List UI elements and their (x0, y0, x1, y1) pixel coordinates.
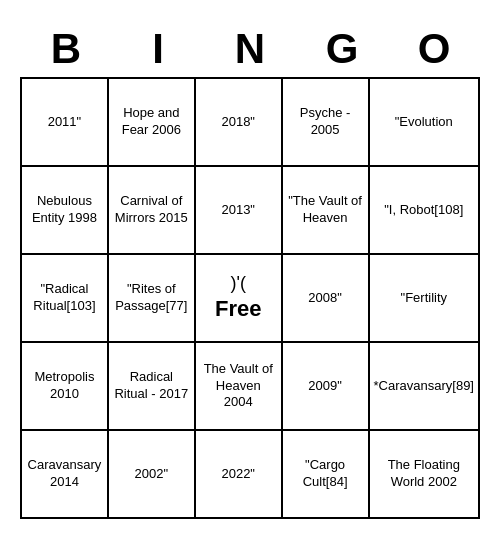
cell-r2c0[interactable]: "Radical Ritual[103] (22, 255, 109, 343)
cell-r4c4[interactable]: The Floating World 2002 (370, 431, 480, 519)
cell-r2c4[interactable]: "Fertility (370, 255, 480, 343)
cell-r1c1[interactable]: Carnival of Mirrors 2015 (109, 167, 196, 255)
title-b: B (22, 25, 110, 73)
cell-free[interactable]: )'( Free (196, 255, 283, 343)
cell-r4c1[interactable]: 2002" (109, 431, 196, 519)
cell-r4c3[interactable]: "Cargo Cult[84] (283, 431, 370, 519)
free-bottom-text: Free (215, 295, 261, 324)
cell-r0c4[interactable]: "Evolution (370, 79, 480, 167)
cell-r0c1[interactable]: Hope and Fear 2006 (109, 79, 196, 167)
title-i: I (114, 25, 202, 73)
bingo-title: B I N G O (20, 25, 480, 73)
cell-r3c3[interactable]: 2009" (283, 343, 370, 431)
cell-r3c4[interactable]: *Caravansary[89] (370, 343, 480, 431)
cell-r3c0[interactable]: Metropolis 2010 (22, 343, 109, 431)
cell-r1c2[interactable]: 2013" (196, 167, 283, 255)
title-n: N (206, 25, 294, 73)
cell-r1c0[interactable]: Nebulous Entity 1998 (22, 167, 109, 255)
cell-r4c0[interactable]: Caravansary 2014 (22, 431, 109, 519)
free-inner: )'( Free (215, 272, 261, 324)
bingo-grid: 2011" Hope and Fear 2006 2018" Psyche - … (20, 77, 480, 519)
free-top-text: )'( (230, 272, 245, 295)
cell-r0c0[interactable]: 2011" (22, 79, 109, 167)
cell-r4c2[interactable]: 2022" (196, 431, 283, 519)
cell-r2c1[interactable]: "Rites of Passage[77] (109, 255, 196, 343)
cell-r3c1[interactable]: Radical Ritual - 2017 (109, 343, 196, 431)
cell-r3c2[interactable]: The Vault of Heaven 2004 (196, 343, 283, 431)
bingo-card: B I N G O 2011" Hope and Fear 2006 2018"… (10, 15, 490, 529)
cell-r2c3[interactable]: 2008" (283, 255, 370, 343)
title-o: O (390, 25, 478, 73)
cell-r1c4[interactable]: "I, Robot[108] (370, 167, 480, 255)
cell-r0c2[interactable]: 2018" (196, 79, 283, 167)
cell-r0c3[interactable]: Psyche - 2005 (283, 79, 370, 167)
title-g: G (298, 25, 386, 73)
cell-r1c3[interactable]: "The Vault of Heaven (283, 167, 370, 255)
